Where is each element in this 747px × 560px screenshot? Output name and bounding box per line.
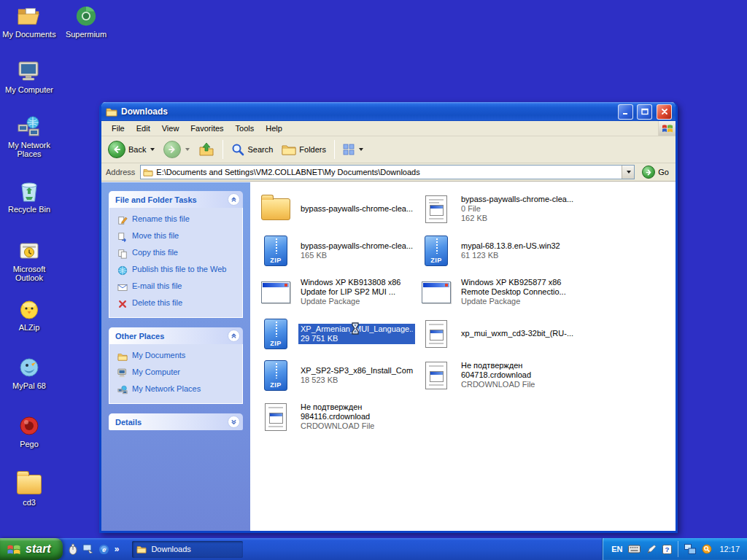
section-title: File and Folder Tasks bbox=[115, 195, 197, 204]
section-header[interactable]: Details bbox=[109, 413, 243, 430]
chevron-up-icon[interactable] bbox=[228, 330, 240, 342]
folders-button[interactable]: Folders bbox=[278, 141, 330, 158]
go-icon bbox=[642, 166, 655, 179]
chevron-down-icon[interactable] bbox=[228, 416, 240, 428]
back-label: Back bbox=[128, 145, 146, 154]
search-label: Search bbox=[247, 145, 273, 154]
file-type: Update Package bbox=[461, 297, 566, 306]
other-places-section: Other Places My Documents My Computer My bbox=[109, 327, 243, 404]
browser-icon[interactable]: e bbox=[98, 544, 109, 555]
menu-favorites[interactable]: Favorites bbox=[185, 122, 229, 135]
files-grid: bypass-paywalls-chrome-clea... bypass-pa… bbox=[258, 188, 671, 438]
file-text: bypass-paywalls-chrome-clea... 165 KB bbox=[298, 241, 415, 261]
menu-edit[interactable]: Edit bbox=[131, 122, 156, 135]
file-name: mypal-68.13.8.en-US.win32 bbox=[461, 241, 560, 251]
section-header[interactable]: File and Folder Tasks bbox=[109, 191, 243, 208]
desktop-icon-recycle-bin[interactable]: Recycle Bin bbox=[1, 179, 57, 214]
menu-view[interactable]: View bbox=[156, 122, 185, 135]
file-list-area[interactable]: bypass-paywalls-chrome-clea... bypass-pa… bbox=[250, 182, 676, 531]
file-tile[interactable]: Не подтвержден 984116.crdownload CRDOWNL… bbox=[258, 396, 418, 438]
file-tile[interactable]: bypass-paywalls-chrome-clea... bbox=[258, 188, 418, 230]
search-tray-icon[interactable] bbox=[702, 544, 712, 554]
desktop-icon-microsoft-outlook[interactable]: Microsoft Outlook bbox=[1, 239, 57, 282]
file-tile[interactable]: xp_mui_wxm_cd3-32bit_(RU-... bbox=[418, 313, 578, 354]
address-path: E:\Documents and Settings\VM2.COLLABNET\… bbox=[156, 168, 619, 176]
menu-help[interactable]: Help bbox=[260, 122, 288, 135]
folder-icon bbox=[17, 472, 42, 496]
forward-button[interactable] bbox=[160, 139, 193, 160]
file-tile[interactable]: bypass-paywalls-chrome-clea... 0 File 16… bbox=[418, 188, 578, 230]
file-tile[interactable]: bypass-paywalls-chrome-clea... 165 KB bbox=[258, 230, 418, 271]
file-tile-selected[interactable]: XP_Armenian_MUI_Language... 29 751 KB bbox=[258, 313, 418, 354]
up-button[interactable] bbox=[195, 140, 218, 159]
desktop-icon-label: MyPal 68 bbox=[12, 381, 46, 390]
task-publish-this-file[interactable]: Publish this file to the Web bbox=[117, 265, 238, 276]
place-my-computer[interactable]: My Computer bbox=[117, 368, 238, 378]
menu-file[interactable]: File bbox=[106, 122, 131, 135]
title-bar[interactable]: Downloads bbox=[101, 102, 676, 121]
section-header[interactable]: Other Places bbox=[109, 327, 243, 344]
back-button[interactable]: Back bbox=[104, 139, 158, 160]
zip-file-icon bbox=[259, 319, 293, 349]
desktop-icon-my-documents[interactable]: My Documents bbox=[1, 4, 57, 39]
desktop-icon-pego[interactable]: Pego bbox=[1, 414, 57, 448]
file-text: Windows XP KB913808 x86 Update for LIP S… bbox=[298, 277, 403, 307]
minimize-button[interactable] bbox=[618, 104, 633, 120]
menu-tools[interactable]: Tools bbox=[230, 122, 260, 135]
help-status-icon[interactable]: ? bbox=[662, 545, 672, 554]
file-tile[interactable]: Windows XP KB925877 x86 Remote Desktop C… bbox=[418, 271, 578, 313]
file-tile[interactable]: mypal-68.13.8.en-US.win32 61 123 KB bbox=[418, 230, 578, 271]
desktop-icon-my-network-places[interactable]: My Network Places bbox=[1, 115, 57, 158]
desktop-icon-my-computer[interactable]: My Computer bbox=[1, 60, 57, 94]
desktop-icon-mypal-68[interactable]: MyPal 68 bbox=[1, 356, 57, 390]
file-tile[interactable]: Не подтвержден 604718.crdownload CRDOWNL… bbox=[418, 354, 578, 396]
search-icon bbox=[231, 143, 244, 156]
busy-hourglass-cursor-icon bbox=[351, 322, 360, 335]
keyboard-icon[interactable] bbox=[628, 545, 640, 553]
delete-icon bbox=[117, 298, 128, 309]
taskbar-button-downloads[interactable]: Downloads bbox=[132, 541, 243, 558]
desktop-icon-label: Pego bbox=[20, 440, 39, 448]
file-tile[interactable]: Windows XP KB913808 x86 Update for LIP S… bbox=[258, 271, 418, 313]
task-pane: File and Folder Tasks Rename this file M… bbox=[101, 182, 250, 531]
desktop-icon-cd3[interactable]: cd3 bbox=[1, 472, 57, 507]
views-dropdown-icon bbox=[359, 148, 363, 151]
place-my-documents[interactable]: My Documents bbox=[117, 351, 238, 362]
go-button[interactable]: Go bbox=[638, 166, 673, 179]
window-body: File and Folder Tasks Rename this file M… bbox=[101, 182, 676, 531]
desktop-icon-alzip[interactable]: ALZip bbox=[1, 298, 57, 332]
close-button[interactable] bbox=[657, 104, 672, 120]
address-dropdown-button[interactable] bbox=[622, 166, 634, 179]
task-copy-this-file[interactable]: Copy this file bbox=[117, 248, 238, 259]
place-my-network-places[interactable]: My Network Places bbox=[117, 384, 238, 395]
network-status-icon[interactable] bbox=[684, 544, 696, 554]
task-email-this-file[interactable]: E-mail this file bbox=[117, 281, 238, 292]
quick-launch-overflow-chevron[interactable]: » bbox=[115, 544, 120, 554]
task-rename-this-file[interactable]: Rename this file bbox=[117, 214, 238, 225]
chevron-up-icon[interactable] bbox=[228, 193, 240, 206]
task-move-this-file[interactable]: Move this file bbox=[117, 231, 238, 242]
task-delete-this-file[interactable]: Delete this file bbox=[117, 298, 238, 309]
search-button[interactable]: Search bbox=[228, 141, 276, 158]
task-label: Move this file bbox=[132, 231, 179, 241]
file-name-2: 984116.crdownload bbox=[301, 412, 374, 421]
show-desktop-icon[interactable] bbox=[82, 544, 93, 554]
mouse-settings-icon[interactable] bbox=[69, 543, 77, 555]
maximize-button[interactable] bbox=[637, 104, 652, 120]
language-indicator[interactable]: EN bbox=[611, 545, 622, 553]
svg-text:e: e bbox=[102, 546, 106, 553]
file-tile[interactable]: XP_SP2-SP3_x86_Install_Com... 18 523 KB bbox=[258, 354, 418, 396]
desktop-icon-supermium[interactable]: Supermium bbox=[58, 4, 114, 39]
views-button[interactable] bbox=[339, 141, 367, 158]
clock[interactable]: 12:17 bbox=[718, 545, 740, 553]
file-name: bypass-paywalls-chrome-clea... bbox=[301, 204, 413, 214]
task-label: Delete this file bbox=[132, 298, 182, 308]
pen-input-icon[interactable] bbox=[646, 544, 657, 554]
file-size: 165 KB bbox=[301, 251, 413, 260]
file-text: Не подтвержден 604718.crdownload CRDOWNL… bbox=[459, 360, 537, 390]
start-button[interactable]: start bbox=[0, 538, 63, 560]
back-icon bbox=[108, 141, 125, 158]
place-label: My Computer bbox=[132, 368, 180, 377]
address-input[interactable]: E:\Documents and Settings\VM2.COLLABNET\… bbox=[140, 165, 635, 179]
taskbar: start e » Downloads EN ? 12:17 bbox=[0, 538, 747, 560]
